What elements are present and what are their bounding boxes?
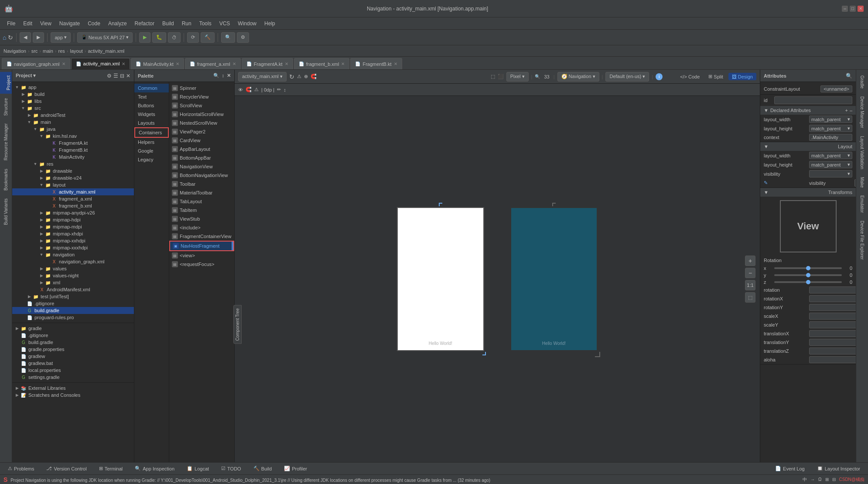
tree-item-build[interactable]: ▶ 📁 build (12, 91, 134, 98)
tree-item-values[interactable]: ▶ 📁 values (12, 265, 134, 272)
breadcrumb-src[interactable]: src (31, 48, 38, 54)
tree-item-libs[interactable]: ▶ 📁 libs (12, 98, 134, 105)
alpha-attr-input[interactable] (809, 356, 856, 363)
tree-item-gitignore2[interactable]: 📄 .gitignore (12, 332, 134, 339)
sidebar-tab-gradle[interactable]: Gradle (859, 72, 865, 92)
tree-item-nav-graph-xml[interactable]: X navigation_graph.xml (12, 258, 134, 265)
layout-width-select[interactable]: match_parent ▾ (809, 152, 852, 159)
translationZ-attr-input[interactable] (809, 348, 856, 354)
bottom-tab-profiler[interactable]: 📈 Profiler (280, 464, 311, 473)
search-everywhere[interactable]: 🔍 (221, 32, 235, 43)
rotation-y-thumb[interactable] (806, 273, 810, 277)
rotationY-attr-input[interactable] (809, 304, 856, 311)
palette-item-scrollview[interactable]: ▤ ScrollView (169, 101, 234, 110)
rotation-z-thumb[interactable] (806, 280, 810, 284)
forward-button[interactable]: ▶ (33, 32, 44, 43)
tab-fragment-a[interactable]: 📄 fragment_a.xml ✕ (185, 58, 241, 69)
sync-button[interactable]: ⟳ (187, 32, 199, 43)
palette-item-toolbar[interactable]: ▤ Toolbar (169, 180, 234, 188)
tree-item-settings-gradle[interactable]: G settings.gradle (12, 374, 134, 381)
bottom-tab-terminal[interactable]: ⊞ Terminal (95, 464, 127, 473)
palette-item-viewpager2[interactable]: ▤ ViewPager2 (169, 127, 234, 136)
tree-item-fragment-b-xml[interactable]: X fragment_b.xml (12, 202, 134, 209)
toolbar-sync-icon[interactable]: ↻ (8, 34, 13, 41)
declared-layout-width-select[interactable]: match_parent ▾ (809, 116, 852, 123)
tree-item-fragmenta-kt[interactable]: K FragmentA.kt (12, 140, 134, 147)
status-grid2-icon[interactable]: ⊟ (832, 477, 836, 482)
breadcrumb-file[interactable]: activity_main.xml (88, 48, 125, 54)
design-eye-icon[interactable]: 👁 (238, 87, 243, 92)
palette-item-viewstub[interactable]: ▤ ViewStub (169, 215, 234, 223)
translationY-attr-input[interactable] (809, 339, 856, 346)
profile-button[interactable]: ⏱ (168, 32, 181, 43)
breadcrumb-layout[interactable]: layout (70, 48, 82, 54)
menu-edit[interactable]: Edit (20, 20, 36, 27)
bottom-tab-build[interactable]: 🔨 Build (249, 464, 276, 473)
palette-cat-buttons[interactable]: Buttons (134, 101, 169, 110)
menu-run[interactable]: Run (178, 20, 195, 27)
view-mode-split[interactable]: ⊞ Split (705, 73, 726, 80)
palette-item-tabitem[interactable]: ▤ TabItem (169, 206, 234, 215)
menu-tools[interactable]: Tools (196, 20, 215, 27)
tree-item-src[interactable]: ▼ 📁 src (12, 105, 134, 112)
tree-item-local-properties[interactable]: 📄 local.properties (12, 367, 134, 374)
navigation-btn[interactable]: 🧭 Navigation ▾ (557, 72, 599, 82)
tab-close-fragment-a-kt[interactable]: ✕ (285, 61, 288, 66)
tree-item-gradle[interactable]: ▶ 📁 gradle (12, 325, 134, 332)
palette-item-nested-scrollview[interactable]: ▤ NestedScrollView (169, 119, 234, 127)
translationX-attr-input[interactable] (809, 330, 856, 337)
sidebar-tab-build-variants[interactable]: Build Variants (3, 195, 9, 228)
menu-navigate[interactable]: Navigate (56, 20, 83, 27)
palette-item-requestfocus[interactable]: ▤ <requestFocus> (169, 260, 234, 269)
palette-item-recyclerview[interactable]: ▤ RecyclerView (169, 92, 234, 101)
status-arrow-icon[interactable]: → (810, 477, 815, 482)
tree-item-test[interactable]: ▶ 📁 test [unitTest] (12, 293, 134, 300)
build-button[interactable]: 🔨 (201, 32, 215, 43)
tab-close-main-activity[interactable]: ✕ (176, 61, 179, 66)
sidebar-tab-device-file-explorer[interactable]: Device File Explorer (859, 217, 865, 263)
design-info-icon[interactable]: i (656, 73, 663, 80)
scaleY-attr-input[interactable] (809, 321, 856, 328)
design-magnet2-icon[interactable]: 🧲 (246, 87, 252, 92)
component-tree-tab[interactable]: Component Tree (233, 305, 242, 344)
tree-item-mipmap-xhdpi[interactable]: ▶ 📁 mipmap-xhdpi (12, 230, 134, 237)
tree-item-activity-main-xml[interactable]: X activity_main.xml (12, 188, 134, 195)
tab-navigation-graph[interactable]: 📄 navigation_graph.xml ✕ (2, 58, 70, 69)
design-magnet-icon[interactable]: 🧲 (311, 74, 317, 79)
tab-fragment-b[interactable]: 📄 fragment_b.xml ✕ (294, 58, 350, 69)
design-refresh-icon[interactable]: ↻ (289, 73, 294, 80)
bottom-tab-layout-inspector[interactable]: 🔲 Layout Inspector (813, 464, 865, 473)
sidebar-tab-project[interactable]: Project (0, 72, 12, 94)
locale-btn[interactable]: Default (en-us) ▾ (605, 72, 649, 82)
palette-cat-layouts[interactable]: Layouts (134, 119, 169, 127)
tree-item-mipmap-xxhdpi[interactable]: ▶ 📁 mipmap-xxhdpi (12, 237, 134, 244)
tree-item-mainactivity[interactable]: K MainActivity (12, 153, 134, 160)
tab-close-fragment-b-kt[interactable]: ✕ (394, 61, 397, 66)
canvas-frame-btn[interactable]: ⬚ (745, 292, 755, 303)
declared-add-icon[interactable]: + (845, 108, 847, 113)
declared-context-value[interactable]: .MainActivity (809, 134, 852, 141)
palette-item-include[interactable]: ▤ <include> (169, 223, 234, 232)
tree-item-drawable-v24[interactable]: ▶ 📁 drawable-v24 (12, 174, 134, 181)
menu-view[interactable]: View (37, 20, 55, 27)
tab-main-activity[interactable]: 📄 MainActivity.kt ✕ (131, 58, 184, 69)
maximize-button[interactable]: □ (850, 6, 856, 12)
phone2-resize-handle[interactable] (595, 352, 600, 357)
bottom-tab-app-inspection[interactable]: 🔍 App Inspection (130, 464, 179, 473)
layout-height-select[interactable]: match_parent ▾ (809, 161, 852, 168)
menu-code[interactable]: Code (84, 20, 104, 27)
palette-item-tablayout[interactable]: ▤ TabLayout (169, 197, 234, 206)
project-settings-icon[interactable]: ⚙ (107, 73, 112, 79)
palette-sort-icon[interactable]: ↕ (222, 73, 225, 78)
breadcrumb-navigation[interactable]: Navigation (3, 48, 26, 54)
tree-item-scratches[interactable]: ▶ 📝 Scratches and Consoles (12, 392, 134, 399)
tree-item-fragmentb-kt[interactable]: K FragmentB.kt (12, 147, 134, 153)
tree-item-mipmap-hdpi[interactable]: ▶ 📁 mipmap-hdpi (12, 216, 134, 223)
palette-item-navigationview[interactable]: ▤ NavigationView (169, 162, 234, 171)
project-collapse-icon[interactable]: ⊟ (120, 73, 124, 79)
pixel-selector-btn[interactable]: Pixel ▾ (506, 72, 529, 82)
bottom-tab-event-log[interactable]: 📄 Event Log (771, 464, 809, 473)
palette-item-horizontal-scrollview[interactable]: ▤ HorizontalScrollView (169, 110, 234, 119)
rotation-attr-input[interactable] (809, 286, 856, 293)
palette-item-fragmentcontainerview[interactable]: ▤ FragmentContainerView (169, 232, 234, 241)
